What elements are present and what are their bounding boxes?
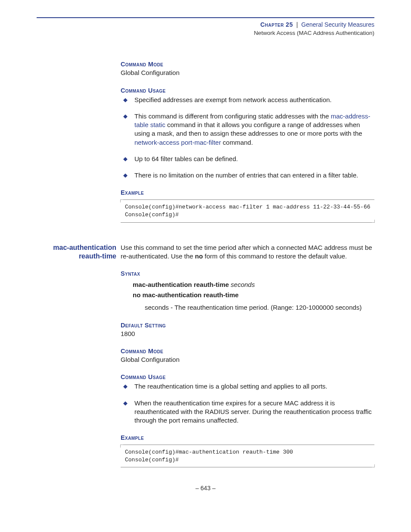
command-mode-heading: Command Mode bbox=[121, 61, 374, 68]
content-column: Command Mode Global Configuration Comman… bbox=[121, 61, 374, 467]
example-heading: Example bbox=[121, 189, 374, 196]
param-description: seconds - The reauthentication time peri… bbox=[145, 303, 374, 312]
syntax-heading: Syntax bbox=[121, 270, 374, 277]
link-network-access-port-mac-filter[interactable]: network-access port-mac-filter bbox=[134, 139, 221, 146]
usage-list: The reauthentication time is a global se… bbox=[121, 382, 374, 425]
syntax-cmd: mac-authentication reauth-time bbox=[133, 281, 229, 288]
usage-item: When the reauthentication time expires f… bbox=[121, 399, 374, 425]
header-separator: | bbox=[295, 21, 300, 28]
command-mode-heading: Command Mode bbox=[121, 348, 374, 355]
command-usage-heading: Command Usage bbox=[121, 87, 374, 94]
page-header: Chapter 25 | General Security Measures N… bbox=[37, 21, 374, 37]
usage-item: Up to 64 filter tables can be defined. bbox=[121, 155, 374, 163]
example-code-block: Console(config)#mac-authentication reaut… bbox=[121, 445, 374, 467]
header-subtitle: Network Access (MAC Address Authenticati… bbox=[37, 29, 374, 37]
usage-item: Specified addresses are exempt from netw… bbox=[121, 96, 374, 104]
syntax-cmd: no mac-authentication reauth-time bbox=[133, 291, 239, 299]
param-text: - The reauthentication time period. (Ran… bbox=[169, 304, 362, 311]
syntax-block: mac-authentication reauth-time seconds n… bbox=[133, 280, 374, 300]
command-section: mac-authentication reauth-time Use this … bbox=[121, 243, 374, 468]
usage-text: This command is different from configuri… bbox=[134, 112, 331, 120]
chapter-title: General Security Measures bbox=[301, 21, 374, 28]
margin-title-line1: mac-authentication bbox=[53, 244, 116, 251]
command-intro: Use this command to set the time period … bbox=[121, 243, 374, 261]
header-rule bbox=[37, 17, 374, 18]
usage-item: There is no limitation on the number of … bbox=[121, 171, 374, 180]
intro-bold: no bbox=[195, 252, 203, 260]
header-line-1: Chapter 25 | General Security Measures bbox=[37, 21, 374, 29]
usage-text: command. bbox=[221, 139, 253, 146]
document-page: Chapter 25 | General Security Measures N… bbox=[0, 0, 411, 532]
usage-text: command in that it allows you configure … bbox=[134, 121, 362, 137]
syntax-line: mac-authentication reauth-time seconds bbox=[133, 280, 374, 290]
chapter-label: Chapter 25 bbox=[260, 21, 293, 28]
param-name: seconds bbox=[145, 304, 169, 311]
page-footer: – 643 – bbox=[37, 485, 374, 492]
intro-text: form of this command to restore the defa… bbox=[203, 252, 347, 260]
syntax-line: no mac-authentication reauth-time bbox=[133, 290, 374, 300]
default-setting-heading: Default Setting bbox=[121, 322, 374, 329]
command-margin-title: mac-authentication reauth-time bbox=[37, 243, 116, 261]
usage-item: The reauthentication time is a global se… bbox=[121, 382, 374, 391]
command-usage-heading: Command Usage bbox=[121, 373, 374, 380]
command-mode-text: Global Configuration bbox=[121, 68, 374, 77]
usage-item: This command is different from configuri… bbox=[121, 112, 374, 147]
syntax-param: seconds bbox=[231, 281, 255, 288]
example-heading: Example bbox=[121, 434, 374, 441]
margin-title-line2: reauth-time bbox=[79, 252, 116, 260]
default-setting-text: 1800 bbox=[121, 330, 374, 338]
command-mode-text: Global Configuration bbox=[121, 355, 374, 364]
example-code-block: Console(config)#network-access mac-filte… bbox=[121, 199, 374, 222]
usage-list: Specified addresses are exempt from netw… bbox=[121, 96, 374, 180]
page-number: – 643 – bbox=[196, 485, 216, 492]
